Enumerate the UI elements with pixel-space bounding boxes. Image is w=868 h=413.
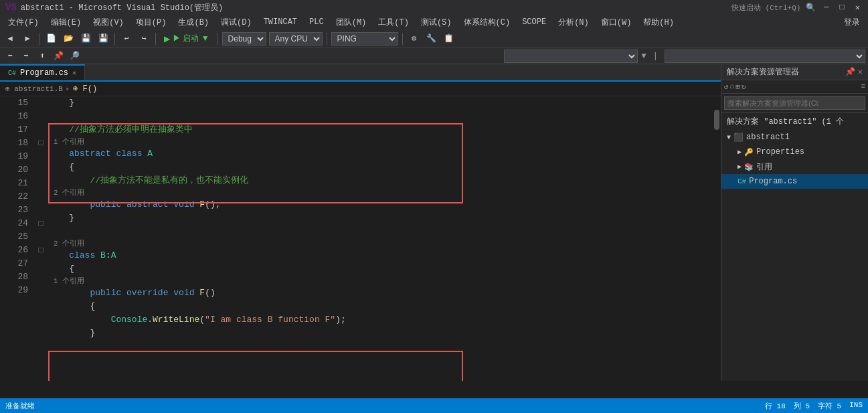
tab-program-cs-icon: C# [8, 70, 16, 77]
vs-logo: VS [5, 2, 17, 13]
toolbar2-btn3[interactable]: ⬆ [35, 49, 50, 64]
tree-item-program-cs[interactable]: C# Program.cs [721, 174, 868, 189]
config-dropdown[interactable]: Debug [222, 32, 266, 46]
panel-icons: 📌 ✕ [845, 67, 863, 77]
solution-explorer-title: 解决方案资源管理器 [727, 66, 799, 78]
title-bar: VS abstract1 - Microsoft Visual Studio(管… [0, 0, 868, 15]
tab-program-cs-label: Program.cs [20, 68, 68, 78]
menu-twincat[interactable]: TWINCAT [258, 16, 302, 28]
toolbar2-btn2[interactable]: ➡ [19, 49, 33, 64]
close-button[interactable]: ✕ [853, 3, 863, 13]
menu-arch[interactable]: 体系结构(C) [458, 15, 516, 29]
solution-explorer-header: 解决方案资源管理器 📌 ✕ [721, 64, 868, 80]
menu-tools[interactable]: 工具(T) [373, 15, 414, 29]
menu-help[interactable]: 帮助(H) [638, 15, 679, 29]
quick-launch[interactable]: 快速启动 (Ctrl+Q) [731, 3, 800, 13]
search-box [721, 94, 868, 113]
tree-arrow-refs: ▶ [737, 163, 742, 171]
code-line-23 [48, 225, 713, 238]
code-line-21: public abstract void F(); [48, 198, 713, 212]
pin-icon[interactable]: 📌 [845, 67, 855, 77]
tree-icon-abstract1: ⬛ [733, 133, 744, 143]
menu-project[interactable]: 项目(P) [131, 15, 172, 29]
status-ins: INS [849, 401, 863, 411]
forward-btn[interactable]: ▶ [20, 31, 35, 46]
save-btn[interactable]: 💾 [78, 31, 93, 46]
platform-dropdown[interactable]: Any CPU [269, 32, 323, 46]
toolbar2-btn5[interactable]: 🔎 [67, 49, 82, 64]
panel-collapse-icon[interactable]: ≡ [861, 82, 865, 91]
restore-button[interactable]: □ [837, 3, 847, 12]
sep1 [39, 33, 39, 45]
panel-refresh-icon[interactable]: ↻ [742, 82, 746, 91]
tree-item-abstract1[interactable]: ▼ ⬛ abstract1 [721, 130, 868, 145]
back-btn[interactable]: ◀ [3, 31, 17, 46]
title-bar-right: 快速启动 (Ctrl+Q) 🔍 ─ □ ✕ [731, 3, 863, 13]
redo-btn[interactable]: ↪ [137, 31, 151, 46]
panel-home-icon[interactable]: ⌂ [730, 82, 735, 91]
sep2 [114, 33, 115, 45]
menu-team[interactable]: 团队(M) [331, 15, 372, 29]
menu-view[interactable]: 视图(V) [88, 15, 129, 29]
title-bar-left: VS abstract1 - Microsoft Visual Studio(管… [5, 2, 223, 13]
undo-btn[interactable]: ↩ [119, 31, 134, 46]
status-bar: 准备就绪 行 18 列 5 字符 5 INS [0, 398, 868, 413]
panel-filter-icon[interactable]: ⊞ [735, 82, 740, 91]
toolbar2: ⬅ ➡ ⬆ 📌 🔎 ▼ | [0, 48, 868, 64]
menu-login[interactable]: 登录 [839, 15, 865, 29]
tree-label-refs: 引用 [756, 161, 772, 173]
toolbar-extra1[interactable]: ⚙ [407, 31, 422, 46]
menu-analyze[interactable]: 分析(N) [553, 15, 594, 29]
run-label: ▶ 启动 ▼ [173, 33, 209, 44]
toolbar2-btn1[interactable]: ⬅ [3, 49, 17, 64]
status-ready: 准备就绪 [5, 401, 35, 411]
tree-item-refs[interactable]: ▶ 📚 引用 [721, 159, 868, 174]
menu-scope[interactable]: SCOPE [517, 16, 551, 28]
code-content[interactable]: } //抽象方法必须申明在抽象类中 1 个引用 [48, 96, 713, 381]
tree-arrow-abstract1: ▼ [727, 134, 731, 141]
menu-plc[interactable]: PLC [304, 16, 329, 28]
menu-window[interactable]: 窗口(W) [596, 15, 637, 29]
tree-item-properties[interactable]: ▶ 🔑 Properties [721, 145, 868, 159]
scroll-thumb[interactable] [714, 110, 719, 130]
tab-program-cs-close[interactable]: ✕ [72, 69, 76, 77]
context-dropdown[interactable] [504, 50, 638, 63]
new-file-btn[interactable]: 📄 [44, 31, 58, 46]
toolbar-extra3[interactable]: 📋 [442, 31, 456, 46]
tree-icon-program-cs: C# [737, 177, 746, 185]
code-line-27: { [48, 300, 713, 313]
minimize-button[interactable]: ─ [821, 3, 831, 12]
run-button[interactable]: ▶ ▶ 启动 ▼ [160, 31, 213, 46]
toolbar2-btn4[interactable]: 📌 [51, 49, 66, 64]
search-icon: 🔍 [806, 3, 816, 13]
tree-label-program-cs: Program.cs [749, 177, 797, 186]
window-title: abstract1 - Microsoft Visual Studio(管理员) [21, 2, 223, 13]
sep4 [218, 33, 218, 45]
highlight-box-2 [48, 351, 463, 381]
nav-dropdown[interactable] [665, 50, 865, 63]
tree-label-abstract1: abstract1 [746, 133, 790, 142]
menu-debug[interactable]: 调试(D) [215, 15, 257, 29]
menu-build[interactable]: 生成(B) [173, 15, 214, 29]
right-panel: 解决方案资源管理器 📌 ✕ ↺ ⌂ ⊞ ↻ ≡ 解决方案 "abstract1"… [721, 64, 868, 381]
save-all-btn[interactable]: 💾 [96, 31, 110, 46]
panel-close-icon[interactable]: ✕ [858, 67, 863, 77]
line-numbers: 15 16 17 18 19 20 21 22 23 24 25 26 27 2… [0, 96, 33, 381]
open-btn[interactable]: 📂 [61, 31, 76, 46]
tab-bar: C# Program.cs ✕ [0, 64, 721, 82]
search-input[interactable] [724, 96, 865, 110]
solution-tree: ▼ ⬛ abstract1 ▶ 🔑 Properties ▶ 📚 引用 C# P… [721, 130, 868, 189]
menu-file[interactable]: 文件(F) [3, 15, 44, 29]
toolbar-extra2[interactable]: 🔧 [424, 31, 439, 46]
code-line-24: 2 个引用 class B:A [48, 238, 713, 262]
tab-program-cs[interactable]: C# Program.cs ✕ [0, 64, 85, 80]
scroll-track[interactable] [713, 96, 721, 381]
panel-toolbar: ↺ ⌂ ⊞ ↻ ≡ [721, 80, 868, 94]
ping-dropdown[interactable]: PING [331, 32, 398, 46]
tree-arrow-properties: ▶ [737, 148, 742, 156]
toolbar: ◀ ▶ 📄 📂 💾 💾 ↩ ↪ ▶ ▶ 启动 ▼ Debug Any CPU P… [0, 29, 868, 48]
menu-test[interactable]: 测试(S) [416, 15, 457, 29]
menu-edit[interactable]: 编辑(E) [46, 15, 87, 29]
panel-sync-icon[interactable]: ↺ [724, 82, 729, 91]
code-line-29: } [48, 327, 713, 340]
